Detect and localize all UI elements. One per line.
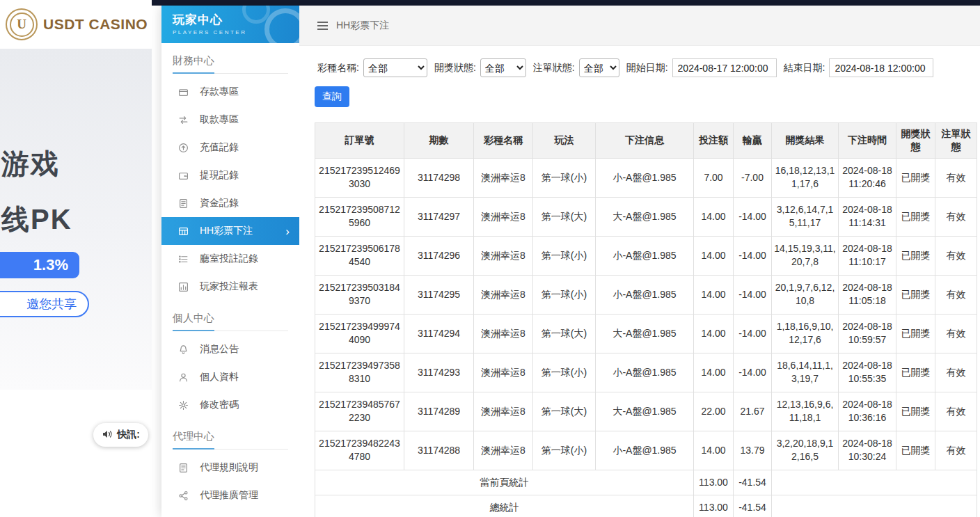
table-cell: 2024-08-18 10:59:57: [839, 314, 896, 353]
table-cell: 2152172395124693030: [315, 158, 404, 197]
sidebar-subtitle: PLAYERS CENTER: [173, 29, 299, 35]
column-header: 注單狀態: [935, 123, 977, 159]
password-icon: [178, 400, 189, 411]
topbar: HH彩票下注: [299, 6, 980, 46]
sidebar-title: 玩家中心: [173, 12, 299, 28]
sidebar-item-label: 取款專區: [200, 113, 239, 126]
summary-label: 當前頁統計: [315, 470, 694, 495]
table-cell: -14.00: [734, 197, 772, 236]
sidebar-item-label: 提現記錄: [200, 169, 239, 182]
table-cell: 2024-08-18 11:14:31: [839, 197, 896, 236]
table-cell: 已開獎: [896, 392, 935, 431]
column-header: 下注信息: [596, 123, 694, 159]
cashout-icon: [178, 170, 189, 181]
table-row: 215217239508712596031174297澳洲幸运8第一球(大)大-…: [315, 197, 977, 236]
lottery-select[interactable]: 全部: [363, 58, 427, 77]
summary-empty-cell: [772, 495, 977, 517]
room-bets-icon: [178, 254, 189, 264]
report-icon: [178, 282, 189, 292]
table-cell: 澳洲幸运8: [474, 275, 533, 314]
sidebar-item[interactable]: 提現記錄: [161, 161, 299, 189]
table-cell: 澳洲幸运8: [474, 431, 533, 470]
promo-rate-badge: 1.3%: [0, 252, 79, 278]
draw-status-select[interactable]: 全部: [480, 58, 526, 77]
recharge-icon: [178, 143, 189, 153]
sidebar-sections: 財務中心存款專區取款專區充值記錄提現記錄資金記錄HH彩票下注›廳室投註記錄玩家投…: [161, 54, 299, 509]
agent-promo-icon: [178, 491, 189, 501]
table-row: 215217239482243478031174288澳洲幸运8第一球(小)小-…: [315, 431, 977, 470]
column-header: 彩種名稱: [474, 123, 533, 159]
table-cell: 第一球(大): [533, 197, 596, 236]
start-date-input[interactable]: [672, 58, 777, 77]
sidebar-item[interactable]: 修改密碼: [161, 391, 299, 419]
table-cell: 已開獎: [896, 275, 935, 314]
table-cell: 大-A盤@1.985: [596, 314, 694, 353]
summary-label: 總統計: [315, 495, 694, 517]
table-cell: 2024-08-18 11:10:17: [839, 236, 896, 275]
news-label: 快訊:: [117, 429, 140, 441]
casino-logo-icon: U: [6, 8, 38, 40]
brand-name: USDT CASINO: [43, 16, 148, 33]
logo-letter: U: [10, 13, 34, 37]
summary-row: 當前頁統計113.00-41.54: [315, 470, 977, 495]
order-status-select[interactable]: 全部: [579, 58, 619, 77]
table-row: 215217239506178454031174296澳洲幸运8第一球(小)小-…: [315, 236, 977, 275]
table-cell: 31174296: [404, 236, 474, 275]
summary-winloss-total: -41.54: [734, 470, 772, 495]
news-ticker-pill[interactable]: 快訊:: [93, 423, 148, 447]
table-cell: 有效: [935, 275, 977, 314]
hamburger-menu-icon[interactable]: [317, 22, 328, 30]
column-header: 開獎結果: [772, 123, 839, 159]
page-top-strip: [152, 0, 980, 6]
end-date-label: 結束日期:: [784, 62, 825, 74]
sidebar-item-label: 代理推廣管理: [200, 489, 258, 502]
table-cell: 1,18,16,9,10,12,17,6: [772, 314, 839, 353]
table-cell: 有效: [935, 197, 977, 236]
sidebar-item-label: 存款專區: [200, 86, 239, 98]
promo-invite-button[interactable]: 邀您共享: [0, 291, 89, 317]
sidebar-item[interactable]: 充值記錄: [161, 134, 299, 161]
deposit-icon: [178, 87, 189, 97]
chevron-right-icon: ›: [285, 225, 290, 237]
table-cell: 3,2,20,18,9,12,16,5: [772, 431, 839, 470]
table-cell: 有效: [935, 353, 977, 392]
column-header: 訂單號: [315, 123, 404, 159]
query-button[interactable]: 查詢: [315, 86, 349, 107]
end-date-input[interactable]: [829, 58, 933, 77]
page-title: HH彩票下注: [336, 19, 389, 32]
table-row: 215217239485767223031174289澳洲幸运8第一球(大)大-…: [315, 392, 977, 431]
table-cell: 第一球(大): [533, 314, 596, 353]
table-row: 215217239497358831031174293澳洲幸运8第一球(小)小-…: [315, 353, 977, 392]
bets-table-wrap: 訂單號期數彩種名稱玩法下注信息投注額輸贏開獎結果下注時間開獎狀態注單狀態 215…: [315, 122, 974, 517]
table-cell: 12,13,16,9,6,11,18,1: [772, 392, 839, 431]
table-cell: -14.00: [734, 275, 772, 314]
sidebar-item[interactable]: HH彩票下注›: [161, 217, 299, 245]
table-cell: 已開獎: [896, 314, 935, 353]
table-cell: 14.00: [694, 275, 734, 314]
column-header: 投注額: [694, 123, 734, 159]
sidebar-item-label: 消息公告: [200, 343, 239, 356]
table-cell: 31174298: [404, 158, 474, 197]
funds-icon: [178, 198, 189, 209]
table-cell: 第一球(小): [533, 275, 596, 314]
table-cell: 31174295: [404, 275, 474, 314]
players-center-panel: 玩家中心 PLAYERS CENTER 財務中心存款專區取款專區充值記錄提現記錄…: [161, 6, 980, 517]
sidebar-item[interactable]: 玩家投注報表: [161, 273, 299, 301]
sidebar-item[interactable]: 消息公告: [161, 335, 299, 363]
sidebar-item[interactable]: 存款專區: [161, 78, 299, 106]
sidebar-item[interactable]: 廳室投註記錄: [161, 245, 299, 273]
table-cell: 14,15,19,3,11,20,7,8: [772, 236, 839, 275]
order-status-filter-label: 注單狀態:: [533, 62, 575, 74]
sidebar-item[interactable]: 代理推廣管理: [161, 482, 299, 509]
sidebar-item[interactable]: 代理規則說明: [161, 454, 299, 482]
table-cell: 2024-08-18 11:05:18: [839, 275, 896, 314]
summary-winloss-total: -41.54: [734, 495, 772, 517]
table-cell: 大-A盤@1.985: [596, 197, 694, 236]
sidebar-item[interactable]: 資金記錄: [161, 189, 299, 217]
sidebar-item-label: HH彩票下注: [200, 225, 253, 237]
sidebar-item[interactable]: 個人資料: [161, 363, 299, 391]
table-cell: 2024-08-18 10:36:16: [839, 392, 896, 431]
table-cell: 小-A盤@1.985: [596, 431, 694, 470]
sidebar-item[interactable]: 取款專區: [161, 106, 299, 134]
column-header: 輸贏: [734, 123, 772, 159]
